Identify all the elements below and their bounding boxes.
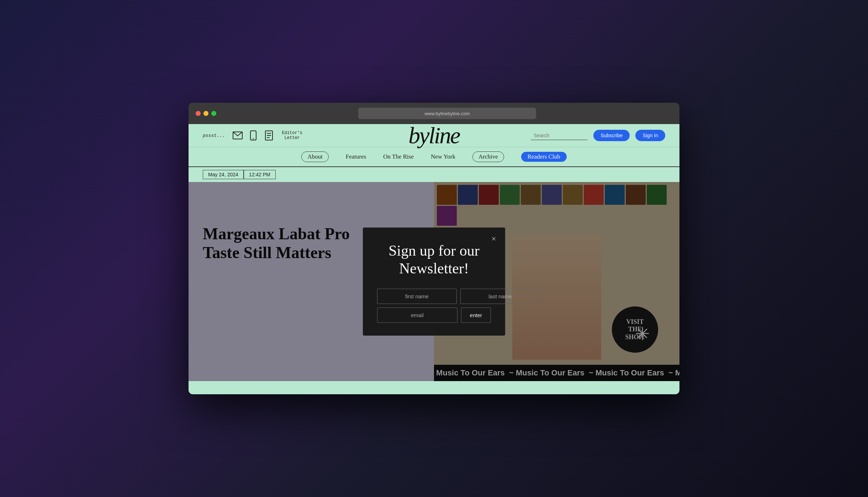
site-header: pssst... <box>189 124 679 147</box>
nav-item-readers-club[interactable]: Readers Club <box>521 152 567 162</box>
date-bar: May 24, 2024 12:42 PM <box>189 167 679 182</box>
header-right: Subscribe Sign In <box>531 130 665 141</box>
modal-title: Sign up for our Newsletter! <box>377 242 491 278</box>
document-icon[interactable] <box>263 130 275 141</box>
minimize-button[interactable] <box>203 111 208 116</box>
nav-item-on-the-rise[interactable]: On The Rise <box>383 153 414 160</box>
header-icons <box>232 130 275 141</box>
date-display: May 24, 2024 <box>203 170 244 179</box>
enter-button[interactable]: enter <box>461 308 491 323</box>
last-name-input[interactable] <box>460 289 540 304</box>
email-input[interactable] <box>377 308 457 323</box>
browser-chrome: www.bylinebyline.com <box>189 103 679 124</box>
browser-window: www.bylinebyline.com pssst... <box>189 103 679 394</box>
url-text: www.bylinebyline.com <box>424 111 470 116</box>
modal-email-row: enter <box>377 308 491 323</box>
maximize-button[interactable] <box>211 111 216 116</box>
pssst-text: pssst... <box>203 133 225 138</box>
svg-point-2 <box>253 138 254 139</box>
nav-item-archive[interactable]: Archive <box>472 151 504 162</box>
modal-form: enter <box>377 289 491 323</box>
site-logo: byline <box>408 124 459 149</box>
header-logo-container: byline <box>408 124 459 149</box>
main-content: Margeaux Labat ProTaste Still Matters <box>189 182 679 381</box>
site-nav: About Features On The Rise New York Arch… <box>189 147 679 167</box>
mobile-icon[interactable] <box>248 130 259 141</box>
nav-item-about[interactable]: About <box>301 151 329 162</box>
envelope-icon[interactable] <box>232 130 243 141</box>
modal-close-button[interactable]: × <box>488 233 499 245</box>
search-input[interactable] <box>531 131 588 140</box>
close-button[interactable] <box>196 111 201 116</box>
url-bar[interactable]: www.bylinebyline.com <box>358 108 536 119</box>
modal-name-row <box>377 289 491 304</box>
time-display: 12:42 PM <box>244 170 276 179</box>
website-content: pssst... <box>189 124 679 394</box>
modal-overlay: × Sign up for our Newsletter! enter <box>189 182 679 381</box>
signin-button[interactable]: Sign In <box>635 130 665 141</box>
subscribe-button[interactable]: Subscribe <box>593 130 630 141</box>
nav-item-new-york[interactable]: New York <box>431 153 455 160</box>
first-name-input[interactable] <box>377 289 457 304</box>
header-left: pssst... <box>203 130 302 141</box>
newsletter-modal: × Sign up for our Newsletter! enter <box>363 228 505 336</box>
nav-item-features[interactable]: Features <box>346 153 366 160</box>
editors-letter-label: Editor's Letter <box>282 130 302 141</box>
traffic-lights <box>196 111 216 116</box>
